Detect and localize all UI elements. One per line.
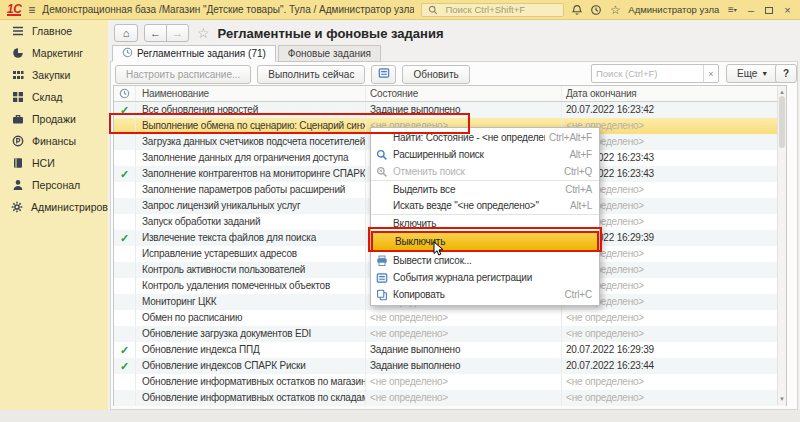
sidebar-item-pie[interactable]: Маркетинг (0, 42, 108, 64)
context-menu: Найти: Состояние - <не определено>Ctrl+A… (370, 127, 600, 306)
help-button[interactable]: ? (775, 64, 797, 83)
job-state: <не определено> (366, 310, 562, 326)
global-search-input[interactable] (443, 3, 559, 16)
job-end-date: <не определено> (562, 326, 786, 342)
table-row[interactable]: Обмен по расписанию<не определено><не оп… (114, 310, 786, 326)
configure-schedule-button[interactable]: Настроить расписание... (115, 65, 251, 84)
table-row[interactable]: ✓Обновление индексов СПАРК РискиЗадание … (114, 358, 786, 374)
column-header-state[interactable]: Состояние (366, 86, 562, 101)
context-menu-item[interactable]: Отменить поискCtrl+Q (371, 163, 599, 180)
app-logo[interactable]: 1С (7, 4, 21, 16)
context-menu-item[interactable]: События журнала регистрации (371, 269, 599, 286)
forward-button[interactable]: → (166, 24, 189, 42)
clear-search-icon[interactable]: × (703, 65, 718, 82)
sidebar-item-coin[interactable]: Финансы (0, 130, 108, 152)
navigation-row: ⌂ ← → ☆ Регламентные и фоновые задания (114, 24, 444, 42)
context-menu-item[interactable]: КопироватьCtrl+C (371, 286, 599, 303)
job-end-date: 20.07.2022 16:23:42 (562, 102, 786, 118)
column-header-name[interactable]: Наименование (136, 86, 366, 101)
refresh-button[interactable]: Обновить (402, 65, 469, 84)
scroll-thumb[interactable] (779, 96, 785, 148)
table-row[interactable]: ✓Обновление индекса ППДЗадание выполнено… (114, 342, 786, 358)
cart-icon (11, 69, 24, 81)
table-row[interactable]: ✓Все обновления новостейЗадание выполнен… (114, 102, 786, 118)
enabled-cell-empty (114, 246, 136, 262)
job-name: Исправление устаревших адресов (136, 246, 366, 262)
run-now-button[interactable]: Выполнить сейчас (257, 65, 365, 84)
context-menu-item[interactable]: Выделить всеCtrl+A (371, 180, 599, 197)
context-menu-item[interactable]: Расширенный поискAlt+F (371, 146, 599, 163)
job-state: <не определено> (366, 326, 562, 342)
context-menu-item[interactable]: Выключить (371, 231, 599, 252)
sidebar-item-case[interactable]: Продажи (0, 108, 108, 130)
book-icon (11, 157, 24, 169)
context-menu-item[interactable]: Включить (371, 214, 599, 231)
sidebar-item-person[interactable]: Персонал (0, 174, 108, 196)
job-name: Обновление информативных остатков по скл… (136, 390, 366, 406)
sidebar-item-label: Персонал (32, 179, 80, 191)
minimize-button[interactable]: – (745, 5, 756, 15)
sidebar-item-grid[interactable]: Склад (0, 86, 108, 108)
sidebar-item-book[interactable]: НСИ (0, 152, 108, 174)
sidebar-item-cart[interactable]: Закупки (0, 64, 108, 86)
job-name: Обновление индексов СПАРК Риски (136, 358, 366, 374)
clock-icon (122, 47, 133, 60)
table-row[interactable]: Обновление информативных остатков по скл… (114, 390, 786, 406)
job-name: Обновление индекса ППД (136, 342, 366, 358)
column-header-enddate[interactable]: Дата окончания (562, 86, 786, 101)
maximize-button[interactable] (764, 5, 775, 15)
sidebar-item-gear[interactable]: Администрирование (0, 196, 108, 218)
menu-item-shortcut: Ctrl+C (561, 289, 599, 300)
window-bottom-edge (0, 410, 800, 422)
global-search[interactable] (421, 3, 564, 17)
job-name: Обмен по расписанию (136, 310, 366, 326)
back-button[interactable]: ← (144, 24, 167, 42)
context-menu-item[interactable]: Найти: Состояние - <не определено>Ctrl+A… (371, 129, 599, 146)
notifications-bell-icon[interactable] (571, 2, 583, 17)
job-name: Загрузка данных счетчиков подсчета посет… (136, 134, 366, 150)
job-end-date: 20.07.2022 16:23:44 (562, 358, 786, 374)
table-row[interactable]: Обновление информативных остатков по маг… (114, 374, 786, 390)
enabled-cell-empty (114, 262, 136, 278)
sections-sidebar: ГлавноеМаркетингЗакупкиСкладПродажиФинан… (0, 20, 108, 410)
event-log-button[interactable] (371, 65, 396, 84)
enabled-cell-empty (114, 374, 136, 390)
menu-item-shortcut: Ctrl+A (561, 184, 599, 195)
enabled-cell-empty (114, 134, 136, 150)
main-menu-icon[interactable]: ≡ (28, 5, 35, 15)
menu-item-shortcut: Ctrl+Alt+F (545, 132, 599, 143)
job-name: Контроль активности пользователей (136, 262, 366, 278)
current-user[interactable]: Администратор узла (628, 4, 719, 15)
favorite-star-icon[interactable]: ☆ (197, 25, 210, 41)
table-header[interactable]: Наименование Состояние Дата окончания (114, 86, 786, 102)
menu-icon (11, 25, 24, 37)
tab-background-jobs[interactable]: Фоновые задания (278, 45, 381, 62)
job-state: <не определено> (366, 374, 562, 390)
sidebar-item-label: НСИ (32, 157, 55, 169)
tab-scheduled-jobs[interactable]: Регламентные задания (71) (112, 45, 276, 62)
vertical-scrollbar[interactable]: ▲ ▼ (777, 86, 786, 405)
context-menu-item[interactable]: Искать везде "<не определено>"Alt+L (371, 197, 599, 214)
table-search[interactable]: × (591, 64, 719, 83)
scroll-down-icon[interactable]: ▼ (778, 395, 786, 403)
favorites-star-icon[interactable]: ☆ (609, 2, 621, 17)
enabled-check-icon: ✓ (114, 102, 136, 118)
job-state: Задание выполнено (366, 342, 562, 358)
tab-label: Регламентные задания (71) (137, 48, 266, 59)
mouse-cursor (433, 242, 445, 257)
table-search-input[interactable] (592, 68, 703, 79)
service-menu-icon[interactable]: ≡▾ (726, 2, 738, 17)
context-menu-item[interactable]: Вывести список... (371, 252, 599, 269)
menu-item-label: Выделить все (393, 184, 561, 195)
home-button[interactable]: ⌂ (114, 24, 138, 42)
sidebar-item-menu[interactable]: Главное (0, 20, 108, 42)
close-button[interactable]: × (782, 5, 793, 15)
scroll-up-icon[interactable]: ▲ (778, 88, 786, 96)
job-name: Извлечение текста файлов для поиска (136, 230, 366, 246)
history-icon[interactable] (590, 2, 602, 17)
menu-item-shortcut: Ctrl+Q (560, 166, 599, 177)
table-row[interactable]: Обновление загрузка документов EDI<не оп… (114, 326, 786, 342)
enabled-cell-empty (114, 326, 136, 342)
more-button[interactable]: Еще▼ (726, 64, 779, 83)
job-name: Заполнение параметров работы расширений (136, 182, 366, 198)
